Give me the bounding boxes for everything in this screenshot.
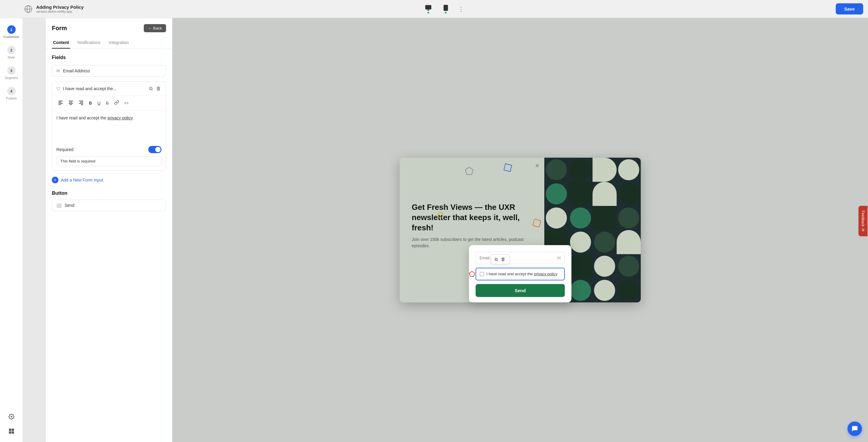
top-bar-left: Adding Privacy Policy version-demo.netli… (24, 4, 423, 13)
required-toggle[interactable] (148, 146, 161, 153)
svg-rect-10 (12, 429, 13, 431)
svg-point-28 (438, 212, 443, 218)
privacy-checkbox[interactable] (480, 272, 484, 276)
step-label-customize: Customize (4, 35, 19, 38)
extensions-button[interactable] (5, 425, 18, 437)
email-field-icon: ✉ (56, 68, 60, 73)
required-row: Required (52, 143, 166, 156)
more-options-btn[interactable]: ⋮ (458, 5, 464, 13)
button-section-title: Button (52, 190, 166, 196)
panel-header: Form ← Back (46, 18, 172, 32)
cell-4-3 (592, 230, 617, 254)
checkbox-row-wrapper: ⧉ 🗑 I have read and accept the privacy p… (475, 268, 565, 281)
checkbox-field-card: 🛡 I have read and accept the... ⧉ 🗑 (52, 81, 166, 171)
globe-icon (24, 5, 33, 13)
bold-btn[interactable]: B (87, 99, 94, 107)
add-input-button[interactable]: + Add a New Form Input (52, 175, 166, 184)
delete-field-button[interactable]: 🗑 (156, 85, 161, 92)
circle-accent (437, 212, 443, 218)
tab-integration[interactable]: Integration (107, 37, 130, 49)
mobile-device-btn[interactable] (441, 3, 451, 16)
svg-rect-13 (59, 101, 63, 101)
toggle-slider (148, 146, 161, 153)
required-label: Required (56, 147, 73, 152)
svg-rect-24 (81, 104, 83, 105)
floating-copy-btn[interactable]: ⧉ (495, 257, 498, 262)
checkbox-text-before: I have read and accept the (487, 272, 534, 276)
back-button[interactable]: ← Back (144, 24, 166, 32)
nav-bottom (5, 411, 18, 442)
nav-step-segment[interactable]: 3 Segment (2, 64, 21, 82)
popup-container: ✕ Get Fresh Vi (400, 158, 641, 302)
cell-6-2 (568, 278, 592, 302)
svg-rect-19 (69, 103, 73, 104)
tab-content[interactable]: Content (52, 37, 70, 49)
form-overlay: ✉ ⧉ 🗑 I have re (469, 245, 571, 302)
link-btn[interactable] (113, 99, 121, 107)
nav-step-publish[interactable]: 4 Publish (2, 84, 21, 102)
checkbox-text: I have read and accept the privacy polic… (487, 271, 558, 277)
svg-rect-20 (70, 104, 72, 105)
device-switcher: ⋮ (423, 3, 464, 16)
nav-step-customize[interactable]: 1 Customize (2, 23, 21, 41)
page-title: Adding Privacy Policy (36, 4, 84, 10)
mobile-active-dot (445, 12, 447, 13)
step-number-1: 1 (7, 25, 16, 34)
svg-rect-3 (426, 5, 431, 9)
cell-2-3 (592, 182, 617, 206)
editor-toolbar: B U S <> (52, 96, 166, 110)
nav-step-style[interactable]: 2 Style (2, 43, 21, 61)
cell-5-4 (617, 254, 641, 278)
svg-rect-26 (504, 164, 512, 172)
settings-button[interactable] (5, 411, 18, 423)
error-message-input[interactable] (56, 156, 161, 166)
sidebar-panel: Form ← Back Content Notifications Integr… (46, 18, 173, 442)
field-card-editor[interactable]: I have read and accept the privacy polic… (52, 110, 166, 143)
cell-3-3 (592, 206, 617, 230)
desktop-device-btn[interactable] (423, 3, 433, 16)
panel-tabs: Content Notifications Integration (46, 37, 172, 49)
preview-area: ✕ Get Fresh Vi (173, 18, 868, 442)
save-button[interactable]: Save (836, 3, 863, 14)
floating-delete-btn[interactable]: 🗑 (501, 257, 505, 262)
editor-text-before: I have read and accept the (56, 116, 107, 120)
cell-1-1 (544, 158, 568, 182)
cell-6-4 (617, 278, 641, 302)
cell-4-4 (617, 230, 641, 254)
tab-notifications[interactable]: Notifications (76, 37, 101, 49)
cell-3-2 (568, 206, 592, 230)
svg-rect-15 (59, 103, 63, 104)
envelope-icon: ✉ (557, 255, 561, 261)
close-button[interactable]: ✕ (535, 163, 539, 169)
email-input-container[interactable]: ✉ (475, 252, 565, 264)
underline-btn[interactable]: U (96, 99, 102, 107)
panel-title: Form (52, 25, 67, 32)
checkbox-row: I have read and accept the privacy polic… (475, 268, 565, 281)
code-btn[interactable]: <> (123, 100, 130, 107)
cell-1-3 (592, 158, 617, 182)
step-label-style: Style (7, 56, 15, 59)
align-right-btn[interactable] (77, 99, 85, 107)
send-button-preview[interactable]: Send (475, 284, 565, 297)
editor-link: privacy policy (107, 116, 133, 120)
cell-6-3 (592, 278, 617, 302)
page-subtitle: version-demo.netlify.app (36, 10, 84, 13)
chat-button[interactable] (847, 421, 862, 436)
feedback-tab[interactable]: Feedback ✉ (859, 206, 868, 236)
strikethrough-btn[interactable]: S (104, 99, 110, 107)
top-bar-right: Save (464, 3, 863, 14)
copy-field-button[interactable]: ⧉ (149, 85, 153, 92)
email-field-row[interactable]: ✉ Email Address (52, 65, 166, 77)
align-center-btn[interactable] (67, 99, 75, 107)
svg-rect-27 (533, 219, 541, 227)
svg-rect-14 (59, 102, 61, 102)
shield-icon: 🛡 (56, 86, 61, 91)
svg-rect-21 (79, 101, 83, 101)
svg-rect-16 (59, 104, 61, 105)
svg-rect-17 (69, 101, 73, 101)
align-left-btn[interactable] (56, 99, 65, 107)
svg-marker-25 (465, 167, 473, 175)
send-button-row[interactable]: ⬜ Send (52, 200, 166, 211)
red-marker (469, 271, 475, 277)
svg-rect-18 (69, 102, 72, 102)
